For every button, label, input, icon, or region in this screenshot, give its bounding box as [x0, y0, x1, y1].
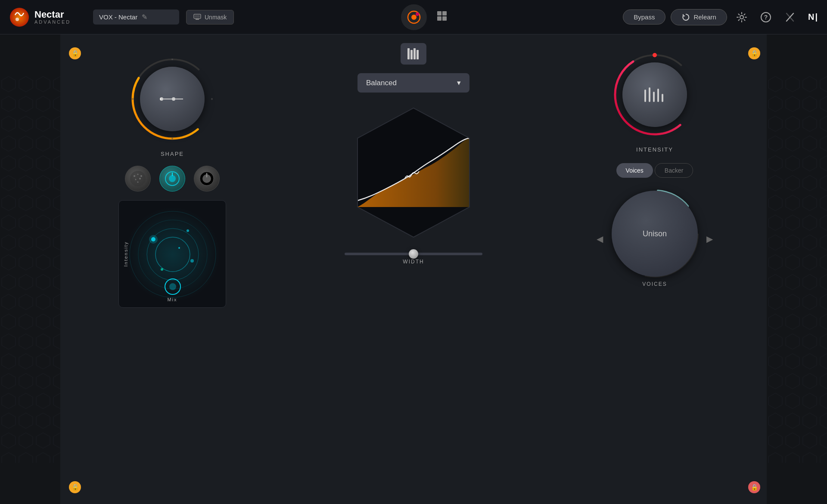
- pad-mix-label: Mix: [167, 297, 177, 302]
- voices-button[interactable]: Voices: [616, 163, 653, 178]
- help-button[interactable]: ?: [756, 8, 775, 27]
- right-controls: Bypass Relearn ? N: [623, 8, 818, 27]
- svg-rect-58: [407, 48, 410, 59]
- svg-point-55: [178, 247, 180, 249]
- svg-rect-60: [414, 48, 416, 59]
- intensity-knob-outer[interactable]: [607, 47, 702, 142]
- shape-knob-area: SHAPE: [125, 52, 220, 157]
- bars-icon-button[interactable]: [401, 43, 426, 65]
- svg-point-33: [134, 175, 135, 177]
- svg-rect-59: [410, 50, 413, 59]
- svg-point-51: [149, 235, 158, 244]
- svg-point-7: [411, 15, 417, 20]
- svg-point-24: [211, 98, 213, 100]
- relearn-button[interactable]: Relearn: [671, 9, 727, 25]
- edit-icon[interactable]: ✎: [142, 13, 147, 21]
- svg-point-38: [137, 182, 139, 183]
- intensity-label: INTENSITY: [636, 146, 673, 153]
- width-slider-thumb[interactable]: [409, 249, 418, 259]
- settings-button[interactable]: [732, 8, 751, 27]
- unmask-button[interactable]: Unmask: [186, 10, 234, 25]
- mode-chevron: ▾: [457, 78, 461, 87]
- relearn-icon: [681, 13, 690, 22]
- svg-rect-20: [767, 76, 827, 463]
- preset-area[interactable]: VOX - Nectar ✎: [93, 9, 179, 25]
- svg-point-35: [140, 175, 142, 177]
- small-knob-teal[interactable]: [159, 166, 185, 192]
- pad-intensity-label: Intensity: [123, 241, 128, 267]
- width-slider-track[interactable]: [345, 253, 482, 255]
- voices-knob-label: Unison: [643, 229, 667, 238]
- bypass-label: Bypass: [634, 13, 655, 21]
- svg-rect-10: [442, 11, 447, 15]
- voices-knob-wrap: Unison VOICES: [612, 191, 698, 287]
- svg-point-53: [190, 259, 194, 263]
- width-slider-area: WIDTH: [345, 253, 482, 265]
- intensity-knob-icon: [643, 86, 667, 103]
- svg-point-40: [169, 175, 176, 182]
- svg-point-0: [10, 8, 29, 27]
- intensity-knob-body[interactable]: [622, 62, 687, 127]
- svg-point-25: [171, 59, 173, 60]
- small-knob-silver[interactable]: [194, 166, 220, 192]
- voices-area: ◀ Unison: [560, 191, 749, 287]
- xy-pad[interactable]: Intensity Mix: [118, 200, 226, 308]
- logo-title: Nectar: [34, 10, 71, 19]
- svg-rect-4: [195, 15, 200, 18]
- prev-voice-button[interactable]: ◀: [592, 229, 607, 248]
- lock-bottom-left[interactable]: 🔒: [69, 481, 81, 493]
- voices-knob-body[interactable]: Unison: [612, 191, 698, 277]
- svg-text:?: ?: [764, 14, 768, 21]
- voices-label: VOICES: [642, 281, 667, 287]
- center-section: Balanced ▾: [284, 34, 543, 273]
- svg-point-31: [160, 99, 162, 100]
- intensity-knob-area: INTENSITY: [607, 47, 702, 153]
- svg-rect-9: [437, 11, 441, 15]
- bars-icon: [406, 47, 421, 60]
- small-knob-texture[interactable]: [125, 166, 151, 192]
- mode-dropdown[interactable]: Balanced ▾: [358, 73, 469, 93]
- shape-knob-outer[interactable]: [125, 52, 220, 146]
- svg-point-36: [135, 179, 137, 180]
- lock-top-right[interactable]: 🔒: [748, 47, 760, 59]
- unmask-icon: [193, 14, 201, 21]
- logo-subtitle: ADVANCED: [34, 19, 71, 25]
- svg-point-57: [169, 283, 176, 290]
- right-hex-panel: [767, 34, 827, 504]
- logo-text: Nectar ADVANCED: [34, 10, 71, 25]
- nav-grid-button[interactable]: [430, 4, 456, 30]
- ni-logo: N|: [808, 12, 818, 22]
- svg-point-34: [137, 174, 139, 175]
- right-section: INTENSITY Voices Backer ◀: [543, 34, 767, 504]
- pad-visual: [119, 201, 226, 308]
- svg-point-54: [161, 268, 163, 271]
- svg-point-37: [139, 178, 141, 179]
- svg-rect-11: [437, 16, 441, 21]
- nav-circle-button[interactable]: [401, 4, 427, 30]
- lock-bottom-right[interactable]: 🔒: [748, 481, 760, 493]
- tuner-button[interactable]: [780, 8, 799, 27]
- svg-point-26: [171, 138, 173, 139]
- svg-point-52: [187, 229, 189, 232]
- svg-rect-61: [417, 50, 419, 59]
- shape-label: SHAPE: [161, 151, 184, 157]
- svg-rect-19: [0, 76, 60, 463]
- backer-button[interactable]: Backer: [655, 163, 693, 178]
- svg-point-29: [172, 97, 175, 101]
- shape-knob-icon: [157, 93, 187, 105]
- shape-knob-body[interactable]: [140, 67, 205, 131]
- nectar-logo-icon: [9, 6, 30, 28]
- voice-backer-row: Voices Backer: [616, 163, 693, 178]
- relearn-label: Relearn: [693, 13, 716, 21]
- next-voice-button[interactable]: ▶: [702, 229, 717, 248]
- svg-point-8: [416, 12, 419, 16]
- main-area: 🔒 🔒 🔒 🔒: [0, 34, 827, 504]
- svg-rect-12: [442, 16, 447, 21]
- lock-top-left[interactable]: 🔒: [69, 47, 81, 59]
- hex-viz-svg: [345, 99, 482, 246]
- left-section: SHAPE: [60, 34, 284, 504]
- bypass-button[interactable]: Bypass: [623, 9, 665, 25]
- svg-point-2: [20, 17, 23, 20]
- logo-area: Nectar ADVANCED: [9, 6, 86, 28]
- unmask-label: Unmask: [205, 14, 227, 21]
